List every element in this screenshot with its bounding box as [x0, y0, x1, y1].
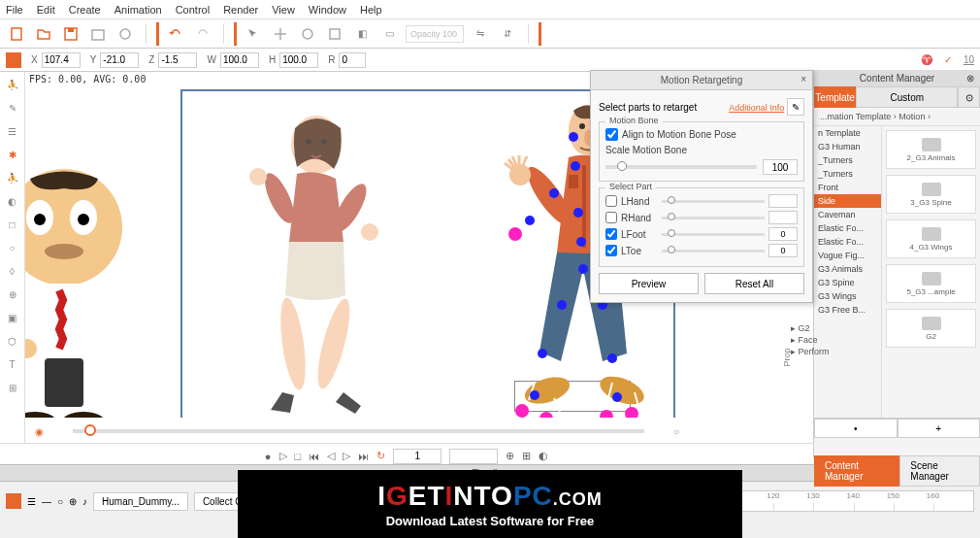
- menu-help[interactable]: Help: [360, 4, 382, 16]
- bone-joint[interactable]: [549, 188, 559, 198]
- tree-item[interactable]: G3 Spine: [814, 276, 881, 289]
- character-boy[interactable]: [25, 159, 161, 451]
- timeline-icon[interactable]: ○: [57, 496, 63, 507]
- bone-joint[interactable]: [578, 264, 588, 274]
- folder-item[interactable]: 5_G3 ...ample: [886, 264, 976, 303]
- folder-item[interactable]: 2_G3 Animals: [886, 130, 976, 169]
- grid-icon[interactable]: [6, 52, 21, 68]
- prev-frame-icon[interactable]: ◁: [327, 450, 335, 462]
- tool-icon[interactable]: ▣: [4, 309, 21, 326]
- scale-thumb[interactable]: [617, 161, 627, 171]
- tool-icon[interactable]: ◊: [4, 262, 21, 280]
- bone-joint[interactable]: [576, 237, 586, 247]
- new-file-icon[interactable]: [6, 23, 27, 45]
- z-input[interactable]: [158, 52, 197, 68]
- x-input[interactable]: [42, 52, 81, 68]
- tree-item[interactable]: G3 Animals: [814, 262, 881, 276]
- move-icon[interactable]: [270, 23, 291, 45]
- tree-item[interactable]: n Template: [814, 126, 881, 140]
- bone-joint[interactable]: [569, 132, 578, 142]
- slider-start-icon[interactable]: ◉: [35, 426, 44, 437]
- timeline-icon[interactable]: —: [42, 496, 51, 507]
- undo-icon[interactable]: [165, 23, 186, 45]
- play-icon[interactable]: ▷: [279, 450, 287, 462]
- close-icon[interactable]: ⊗: [966, 73, 974, 84]
- stop-icon[interactable]: □: [295, 451, 302, 462]
- r-input[interactable]: [339, 52, 366, 68]
- w-input[interactable]: [220, 52, 259, 68]
- bone-joint[interactable]: [538, 349, 547, 358]
- tool-icon[interactable]: ✎: [4, 99, 21, 117]
- preview-button[interactable]: Preview: [599, 273, 699, 294]
- tree-item[interactable]: Caveman: [814, 208, 881, 221]
- tool-icon[interactable]: ⊕: [4, 286, 21, 303]
- tree-item[interactable]: G3 Wings: [814, 289, 881, 303]
- bone-end[interactable]: [515, 404, 529, 418]
- part-value-input[interactable]: [768, 211, 798, 224]
- flip-v-icon[interactable]: ⇵: [497, 23, 518, 45]
- tree-item[interactable]: G3 Human: [814, 140, 881, 153]
- part-value-input[interactable]: [768, 227, 798, 241]
- part-thumb[interactable]: [668, 229, 675, 237]
- open-file-icon[interactable]: [33, 23, 54, 45]
- part-thumb[interactable]: [668, 213, 675, 220]
- timeline-icon[interactable]: ⊕: [69, 496, 77, 507]
- tab-more[interactable]: ⊙: [958, 86, 980, 108]
- y-input[interactable]: [100, 52, 139, 68]
- tab-custom[interactable]: Custom: [856, 86, 958, 108]
- tree-item[interactable]: Front: [814, 181, 881, 194]
- tool-icon[interactable]: ⊞: [4, 379, 21, 396]
- tree-item[interactable]: ▸ Perform: [791, 346, 830, 357]
- bone-joint[interactable]: [525, 216, 535, 225]
- tree-item[interactable]: ▸ Face: [791, 334, 830, 346]
- tree-item[interactable]: ▸ G2: [791, 322, 830, 334]
- tab-template[interactable]: Template: [814, 86, 856, 108]
- bone-joint[interactable]: [612, 392, 622, 402]
- tree-item[interactable]: Elastic Fo...: [814, 221, 881, 235]
- bone-joint[interactable]: [571, 161, 580, 171]
- redo-icon[interactable]: [192, 23, 213, 45]
- slider-thumb[interactable]: [84, 424, 96, 436]
- part-slider[interactable]: [662, 200, 765, 203]
- extra-icon[interactable]: ◐: [539, 450, 548, 462]
- grid-more-button[interactable]: +: [898, 419, 981, 438]
- menu-render[interactable]: Render: [223, 4, 258, 16]
- skip-end-icon[interactable]: ⏭: [358, 451, 369, 462]
- bone-icon[interactable]: ✱: [4, 146, 21, 163]
- menu-animation[interactable]: Animation: [114, 4, 162, 16]
- save-icon[interactable]: [60, 23, 82, 45]
- frame-end-input[interactable]: [449, 449, 498, 464]
- footer-tab-scene[interactable]: Scene Manager: [899, 455, 980, 487]
- select-icon[interactable]: [243, 23, 264, 45]
- loop-icon[interactable]: ↻: [376, 450, 385, 462]
- menu-control[interactable]: Control: [176, 4, 210, 16]
- tool-icon[interactable]: ◐: [4, 192, 21, 210]
- tree-item[interactable]: Elastic Fo...: [814, 235, 881, 249]
- part-value-input[interactable]: [768, 194, 798, 208]
- folder-item[interactable]: 4_G3 Wings: [886, 219, 976, 258]
- breadcrumb[interactable]: ...mation Template › Motion ›: [814, 108, 980, 126]
- timeline-icon[interactable]: [6, 493, 21, 509]
- timeline-icon[interactable]: ☰: [27, 496, 36, 507]
- menu-view[interactable]: View: [272, 4, 295, 16]
- menu-window[interactable]: Window: [309, 4, 346, 16]
- menu-file[interactable]: File: [6, 4, 23, 16]
- tool-icon[interactable]: ◧: [351, 23, 373, 45]
- bone-joint[interactable]: [530, 390, 539, 400]
- flip-h-icon[interactable]: ⇋: [470, 23, 491, 45]
- part-thumb[interactable]: [668, 196, 675, 204]
- menu-create[interactable]: Create: [69, 4, 101, 16]
- menu-edit[interactable]: Edit: [37, 4, 55, 16]
- ruler-icon[interactable]: 10: [964, 54, 974, 65]
- folder-item[interactable]: 3_G3 Spine: [886, 175, 976, 214]
- tool-icon[interactable]: ⬡: [4, 332, 21, 350]
- bone-joint[interactable]: [557, 300, 567, 310]
- h-input[interactable]: [279, 52, 318, 68]
- footer-tab-content[interactable]: Content Manager: [814, 455, 899, 487]
- tree-item[interactable]: Vogue Fig...: [814, 249, 881, 262]
- skip-start-icon[interactable]: ⏮: [309, 451, 319, 462]
- record-icon[interactable]: ●: [265, 451, 272, 462]
- antler-icon[interactable]: ♈: [921, 54, 932, 65]
- settings-icon[interactable]: [114, 23, 136, 45]
- actor-icon[interactable]: ⛹: [4, 76, 21, 93]
